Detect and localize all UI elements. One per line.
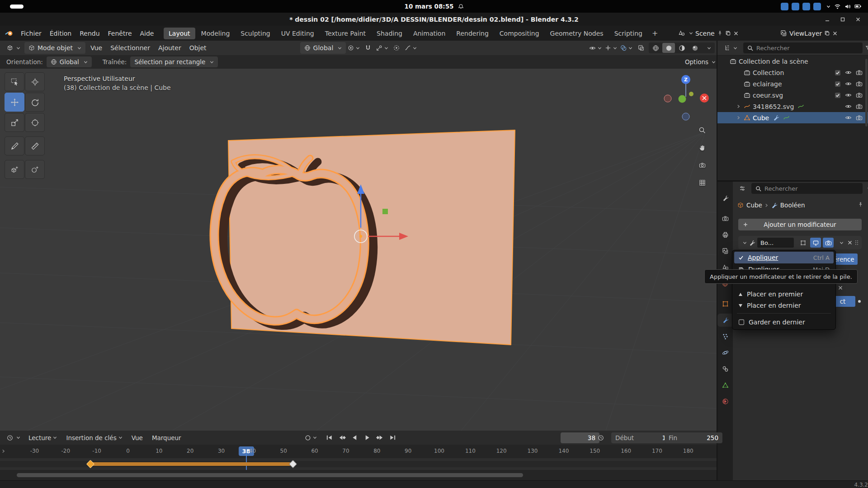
- camera-icon[interactable]: [856, 80, 863, 87]
- frame-start-field[interactable]: Début 1: [611, 432, 670, 443]
- pivot-point[interactable]: [347, 43, 361, 53]
- snap-target[interactable]: [375, 43, 389, 53]
- eye-icon[interactable]: [845, 103, 852, 110]
- tray-caret-icon[interactable]: [826, 5, 830, 8]
- disclosure-icon[interactable]: [735, 104, 741, 108]
- rotate-tool[interactable]: [25, 93, 45, 112]
- horizontal-scrollbar[interactable]: [17, 473, 523, 477]
- jump-to-end-button[interactable]: [387, 432, 398, 443]
- tab-object[interactable]: [717, 297, 733, 310]
- workspace-tab-1[interactable]: Modeling: [196, 28, 235, 39]
- menu-item-move-first[interactable]: Placer en premier: [734, 288, 834, 300]
- scale-tool[interactable]: [5, 113, 24, 132]
- shading-rendered[interactable]: [689, 43, 701, 53]
- shading-wireframe[interactable]: [649, 43, 662, 53]
- frame-end-field[interactable]: Fin 250: [665, 432, 722, 443]
- menu-item-4[interactable]: Aide: [136, 28, 158, 39]
- outliner-item-0[interactable]: Collection de la scène: [717, 56, 868, 67]
- scene-name[interactable]: Scene: [695, 30, 715, 37]
- camera-icon[interactable]: [856, 114, 863, 121]
- keying-menu[interactable]: Insertion de clés: [62, 432, 126, 444]
- menu-item-0[interactable]: Fichier: [17, 28, 46, 39]
- system-clock[interactable]: 10 mars 08:55: [404, 3, 453, 10]
- timeline-ruler[interactable]: 38 -30-20-100102030405060708090100110120…: [0, 445, 717, 458]
- workspace-tab-10[interactable]: Scripting: [609, 28, 647, 39]
- visibility-dropdown[interactable]: [588, 43, 603, 53]
- keyframe-range-bar[interactable]: [90, 462, 293, 466]
- tray-app-icon[interactable]: [781, 3, 788, 10]
- tab-view-layer[interactable]: [717, 244, 733, 258]
- eye-icon[interactable]: [845, 92, 852, 99]
- menu-item-move-last[interactable]: Placer en dernier: [734, 300, 834, 311]
- mode-dropdown[interactable]: Mode objet: [24, 42, 85, 54]
- shading-solid[interactable]: [662, 43, 675, 53]
- edit-mode-display-toggle[interactable]: [797, 238, 808, 248]
- axis-z-neg-ball[interactable]: [682, 113, 689, 120]
- checkbox-icon[interactable]: [835, 70, 841, 76]
- axis-x-neg-ball[interactable]: [664, 95, 671, 102]
- jump-to-start-button[interactable]: [323, 432, 335, 443]
- navigation-gizmo[interactable]: Z: [664, 75, 709, 120]
- collapse-modifier-icon[interactable]: [743, 241, 747, 244]
- blender-logo[interactable]: [5, 30, 14, 37]
- network-icon[interactable]: [834, 4, 841, 9]
- gizmo-y-handle[interactable]: [382, 209, 388, 214]
- notification-bell-icon[interactable]: [458, 4, 464, 9]
- tab-modifiers[interactable]: [717, 314, 733, 327]
- properties-editor-button[interactable]: [736, 183, 749, 194]
- drag-mode-dropdown[interactable]: Sélection par rectangle: [130, 56, 218, 67]
- tab-material[interactable]: [717, 395, 733, 408]
- use-preview-range-icon[interactable]: [598, 435, 604, 441]
- workspace-tab-7[interactable]: Rendering: [451, 28, 494, 39]
- workspace-tab-9[interactable]: Geometry Nodes: [545, 28, 609, 39]
- editor-type-button[interactable]: [4, 42, 24, 53]
- tab-particles[interactable]: [717, 330, 733, 343]
- pan-button[interactable]: [695, 141, 709, 155]
- add-mesh-tool[interactable]: [25, 160, 45, 179]
- volume-icon[interactable]: [844, 4, 851, 9]
- select-box-tool[interactable]: [5, 72, 24, 91]
- outliner-item-5[interactable]: Cube: [717, 112, 868, 123]
- pin-properties-icon[interactable]: [858, 202, 863, 207]
- play-reverse-button[interactable]: [349, 432, 360, 443]
- modifier-panel-header[interactable]: Bo...: [738, 236, 862, 249]
- decorator-dot[interactable]: [858, 300, 861, 303]
- pin-icon[interactable]: [717, 30, 723, 36]
- next-keyframe-button[interactable]: [374, 432, 386, 443]
- drag-handle-icon[interactable]: [854, 239, 859, 246]
- breadcrumb-object[interactable]: Cube: [746, 202, 762, 209]
- disclosure-icon[interactable]: [735, 116, 741, 120]
- camera-icon[interactable]: [856, 103, 863, 110]
- workspace-tab-3[interactable]: UV Editing: [276, 28, 319, 39]
- workspace-tab-4[interactable]: Texture Paint: [320, 28, 371, 39]
- unlink-scene-icon[interactable]: [733, 31, 739, 36]
- object-field-clear-icon[interactable]: [838, 285, 843, 291]
- minimize-button[interactable]: [825, 17, 830, 22]
- viewport-menu-0[interactable]: Vue: [86, 42, 106, 54]
- playback-menu[interactable]: Lecture: [24, 432, 61, 444]
- eye-icon[interactable]: [845, 69, 852, 76]
- overlays-toggle[interactable]: [619, 43, 633, 53]
- auto-keying-toggle[interactable]: [304, 433, 318, 443]
- viewport-menu-3[interactable]: Objet: [185, 42, 211, 54]
- previous-keyframe-button[interactable]: [336, 432, 348, 443]
- viewport-menu-2[interactable]: Ajouter: [154, 42, 185, 54]
- close-button[interactable]: [855, 17, 861, 22]
- tray-app-icon[interactable]: [813, 3, 821, 10]
- timeline-tracks[interactable]: [0, 458, 717, 470]
- new-view-layer-icon[interactable]: [824, 30, 830, 36]
- maximize-button[interactable]: [840, 17, 845, 22]
- outliner-scrollbar[interactable]: [865, 59, 868, 127]
- outliner-item-4[interactable]: 3418652.svg: [717, 101, 868, 112]
- proportional-falloff[interactable]: [404, 43, 418, 53]
- checkbox-icon[interactable]: [835, 92, 841, 99]
- viewport-menu-1[interactable]: Sélectionner: [106, 42, 154, 54]
- zoom-button[interactable]: [695, 123, 709, 137]
- transform-tool[interactable]: [25, 113, 45, 132]
- delete-modifier-icon[interactable]: [847, 240, 853, 245]
- outliner-item-3[interactable]: coeur.svg: [717, 89, 868, 101]
- scene-selector[interactable]: Scene: [678, 28, 739, 39]
- filter-icon[interactable]: [865, 45, 868, 51]
- camera-icon[interactable]: [856, 92, 863, 99]
- playhead-line[interactable]: [246, 453, 247, 470]
